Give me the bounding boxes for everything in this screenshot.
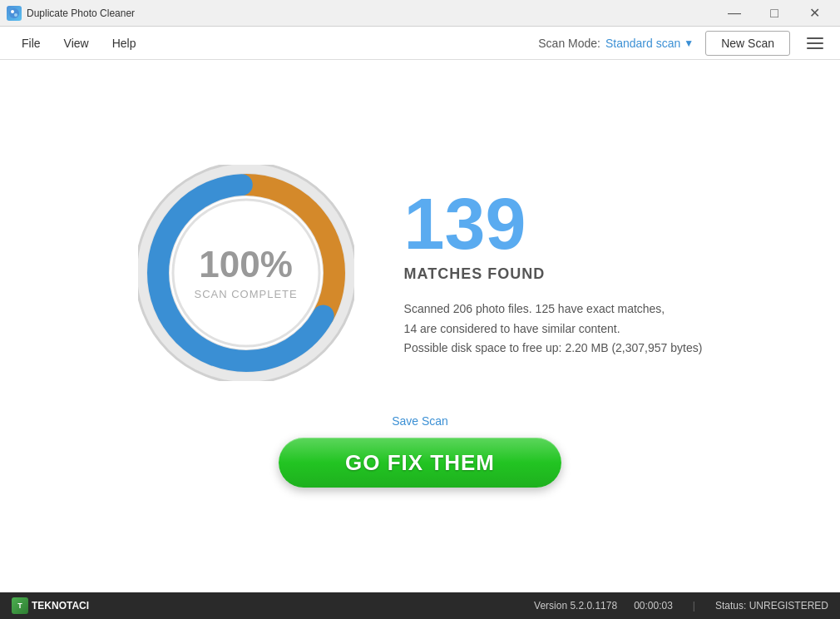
hamburger-line-2 [807, 42, 823, 44]
window-controls: — □ ✕ [715, 2, 833, 25]
matches-count: 139 [404, 187, 526, 260]
actions-section: Save Scan GO FIX THEM [279, 414, 561, 488]
scan-mode-label: Scan Mode: [538, 37, 600, 50]
hamburger-menu-button[interactable] [800, 28, 830, 58]
content-row: 100% SCAN COMPLETE 139 MATCHES FOUND Sca… [138, 165, 703, 381]
maximize-button[interactable]: □ [755, 2, 793, 25]
window-title: Duplicate Photo Cleaner [27, 7, 715, 19]
status-divider: | [693, 600, 695, 612]
minimize-button[interactable]: — [715, 2, 754, 25]
teknotaci-logo-icon: T [12, 597, 28, 614]
stats-panel: 139 MATCHES FOUND Scanned 206 photo file… [404, 187, 703, 359]
stats-line-3: Possible disk space to free up: 2.20 MB … [404, 341, 703, 354]
hamburger-line-1 [807, 37, 823, 39]
donut-chart: 100% SCAN COMPLETE [138, 165, 354, 381]
svg-point-1 [11, 10, 14, 13]
menu-bar: File View Help Scan Mode: Standard scan … [0, 27, 840, 60]
svg-point-0 [9, 8, 19, 18]
timer-text: 00:00:03 [634, 600, 673, 612]
svg-point-2 [14, 13, 17, 17]
new-scan-button[interactable]: New Scan [705, 31, 790, 56]
scan-mode-value[interactable]: Standard scan [605, 37, 680, 50]
help-menu[interactable]: Help [101, 27, 148, 60]
status-logo: T TEKNOTACI [12, 597, 89, 614]
stats-line-2: 14 are considered to have similar conten… [404, 322, 620, 335]
view-menu[interactable]: View [52, 27, 101, 60]
go-fix-button[interactable]: GO FIX THEM [279, 438, 561, 488]
status-info: Version 5.2.0.1178 00:00:03 | Status: UN… [534, 600, 828, 612]
title-bar: Duplicate Photo Cleaner — □ ✕ [0, 0, 840, 27]
close-button[interactable]: ✕ [795, 2, 833, 25]
donut-percent: 100% [194, 246, 297, 283]
hamburger-line-3 [807, 47, 823, 49]
matches-label: MATCHES FOUND [404, 265, 546, 283]
scan-mode-arrow-icon[interactable]: ▼ [684, 37, 694, 49]
donut-label: SCAN COMPLETE [194, 288, 297, 300]
stats-line-1: Scanned 206 photo files. 125 have exact … [404, 302, 665, 315]
stats-description: Scanned 206 photo files. 125 have exact … [404, 300, 703, 359]
donut-center-text: 100% SCAN COMPLETE [194, 246, 297, 300]
status-text: Status: UNREGISTERED [715, 600, 828, 612]
teknotaci-logo-text: TEKNOTACI [32, 600, 89, 612]
main-content: 100% SCAN COMPLETE 139 MATCHES FOUND Sca… [0, 60, 840, 592]
version-text: Version 5.2.0.1178 [534, 600, 617, 612]
save-scan-link[interactable]: Save Scan [392, 414, 448, 428]
file-menu[interactable]: File [10, 27, 52, 60]
app-icon [7, 6, 22, 21]
status-bar: T TEKNOTACI Version 5.2.0.1178 00:00:03 … [0, 592, 840, 619]
